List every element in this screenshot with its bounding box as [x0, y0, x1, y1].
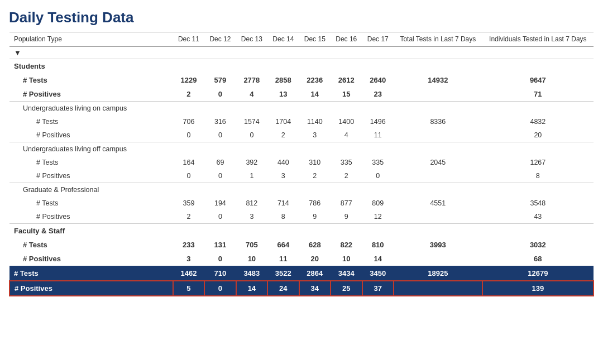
- blank-cell: [331, 46, 362, 59]
- table-cell: 8336: [394, 115, 482, 128]
- table-cell: 4551: [394, 197, 482, 210]
- blank-cell: [299, 102, 331, 116]
- table-cell: 0: [204, 169, 236, 183]
- table-cell: 131: [204, 238, 236, 252]
- table-cell: [394, 87, 482, 102]
- table-cell: 2: [267, 128, 299, 142]
- table-cell: 10: [331, 252, 362, 266]
- blank-cell: [236, 102, 267, 116]
- table-cell: 15: [331, 87, 362, 102]
- table-row: # Positives30101120101468: [9, 252, 594, 266]
- table-cell: 335: [362, 156, 394, 169]
- blank-cell: [299, 142, 331, 156]
- table-cell: 0: [362, 169, 394, 183]
- blank-cell: [204, 59, 236, 74]
- table-cell: 0: [204, 252, 236, 266]
- positives-cell: 24: [267, 281, 299, 296]
- individuals-tested-header: Individuals Tested in Last 7 Days: [482, 32, 594, 47]
- positives-cell: [394, 281, 482, 296]
- table-cell: 9: [331, 210, 362, 224]
- blank-cell: [267, 46, 299, 59]
- table-cell: 1267: [482, 156, 594, 169]
- table-cell: # Positives: [9, 87, 173, 102]
- positives-cell: 34: [299, 281, 331, 296]
- blank-cell: [482, 224, 594, 238]
- dec12-header: Dec 12: [204, 32, 236, 47]
- blank-cell: [204, 224, 236, 238]
- table-cell: 812: [236, 197, 267, 210]
- blank-cell: [394, 183, 482, 197]
- total-cell: 3450: [362, 266, 394, 281]
- blank-cell: [394, 46, 482, 59]
- table-cell: 3032: [482, 238, 594, 252]
- table-cell: 8: [482, 169, 594, 183]
- positives-cell: 0: [204, 281, 236, 296]
- total-cell: 12679: [482, 266, 594, 281]
- table-cell: # Positives: [9, 169, 173, 183]
- positives-cell: 37: [362, 281, 394, 296]
- table-body: Students# Tests1229579277828582236261226…: [9, 59, 594, 296]
- table-cell: 0: [204, 128, 236, 142]
- blank-cell: [299, 59, 331, 74]
- blank-cell: [482, 46, 594, 59]
- table-row: # Positives2041314152371: [9, 87, 594, 102]
- table-cell: 164: [173, 156, 204, 169]
- blank-cell: [236, 183, 267, 197]
- total-cell: 3483: [236, 266, 267, 281]
- blank-cell: [173, 59, 204, 74]
- table-cell: [394, 210, 482, 224]
- table-cell: [394, 169, 482, 183]
- table-header-row: Population Type Dec 11 Dec 12 Dec 13 Dec…: [9, 32, 594, 47]
- dropdown-arrow[interactable]: ▼: [9, 46, 173, 59]
- table-cell: 1229: [173, 73, 204, 87]
- table-cell: 10: [236, 252, 267, 266]
- table-row: # Tests122957927782858223626122640149329…: [9, 73, 594, 87]
- table-cell: 316: [204, 115, 236, 128]
- table-cell: [394, 128, 482, 142]
- table-cell: 13: [267, 87, 299, 102]
- blank-cell: [267, 183, 299, 197]
- positives-cell: 14: [236, 281, 267, 296]
- table-cell: 1704: [267, 115, 299, 128]
- table-cell: [394, 252, 482, 266]
- table-cell: 2640: [362, 73, 394, 87]
- table-cell: 786: [299, 197, 331, 210]
- subgroup-label: Undergraduates living off campus: [9, 142, 173, 156]
- blank-cell: [331, 183, 362, 197]
- table-cell: 359: [173, 197, 204, 210]
- table-cell: 706: [173, 115, 204, 128]
- table-cell: 0: [204, 210, 236, 224]
- total-cell: 1462: [173, 266, 204, 281]
- blank-cell: [394, 59, 482, 74]
- blank-cell: [394, 224, 482, 238]
- total-cell: 2864: [299, 266, 331, 281]
- dec15-header: Dec 15: [299, 32, 331, 47]
- section-header-faculty: Faculty & Staff: [9, 224, 594, 238]
- dec14-header: Dec 14: [267, 32, 299, 47]
- table-cell: 4: [331, 128, 362, 142]
- table-cell: 4832: [482, 115, 594, 128]
- table-row: # Tests23313170566462882281039933032: [9, 238, 594, 252]
- blank-cell: [362, 59, 394, 74]
- table-cell: 2045: [394, 156, 482, 169]
- daily-testing-table: Population Type Dec 11 Dec 12 Dec 13 Dec…: [9, 32, 594, 296]
- subgroup-header: Undergraduates living on campus: [9, 102, 594, 116]
- table-cell: 2778: [236, 73, 267, 87]
- total-tests-row: # Tests146271034833522286434343450189251…: [9, 266, 594, 281]
- dec13-header: Dec 13: [236, 32, 267, 47]
- table-cell: 2: [299, 169, 331, 183]
- table-cell: 12: [362, 210, 394, 224]
- table-row: # Tests706316157417041140140014968336483…: [9, 115, 594, 128]
- blank-cell: [331, 102, 362, 116]
- positives-cell: 139: [482, 281, 594, 296]
- total-cell: 3434: [331, 266, 362, 281]
- blank-cell: [331, 142, 362, 156]
- blank-cell: [299, 46, 331, 59]
- subgroup-label: Undergraduates living on campus: [9, 102, 173, 116]
- subgroup-header: Graduate & Professional: [9, 183, 594, 197]
- blank-cell: [236, 46, 267, 59]
- blank-cell: [299, 183, 331, 197]
- table-cell: 3993: [394, 238, 482, 252]
- dropdown-arrow-row[interactable]: ▼: [9, 46, 594, 59]
- blank-cell: [204, 102, 236, 116]
